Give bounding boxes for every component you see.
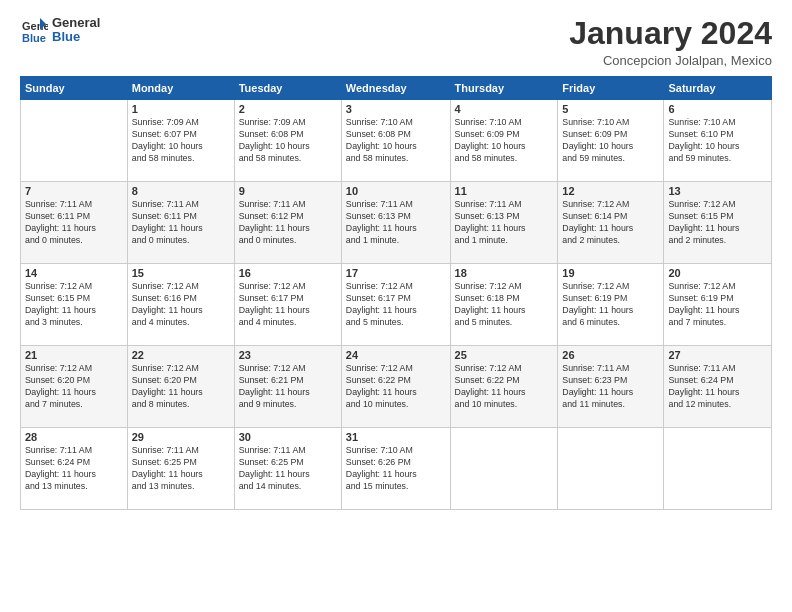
calendar-cell: 22Sunrise: 7:12 AM Sunset: 6:20 PM Dayli… bbox=[127, 346, 234, 428]
week-row-4: 28Sunrise: 7:11 AM Sunset: 6:24 PM Dayli… bbox=[21, 428, 772, 510]
logo-blue: Blue bbox=[52, 30, 100, 44]
day-number: 12 bbox=[562, 185, 659, 197]
day-info: Sunrise: 7:12 AM Sunset: 6:20 PM Dayligh… bbox=[132, 363, 230, 411]
col-wednesday: Wednesday bbox=[341, 77, 450, 100]
calendar-cell: 28Sunrise: 7:11 AM Sunset: 6:24 PM Dayli… bbox=[21, 428, 128, 510]
calendar-cell: 23Sunrise: 7:12 AM Sunset: 6:21 PM Dayli… bbox=[234, 346, 341, 428]
calendar-cell: 6Sunrise: 7:10 AM Sunset: 6:10 PM Daylig… bbox=[664, 100, 772, 182]
calendar-cell: 30Sunrise: 7:11 AM Sunset: 6:25 PM Dayli… bbox=[234, 428, 341, 510]
day-number: 20 bbox=[668, 267, 767, 279]
day-info: Sunrise: 7:11 AM Sunset: 6:23 PM Dayligh… bbox=[562, 363, 659, 411]
logo: General Blue General Blue bbox=[20, 16, 100, 45]
day-info: Sunrise: 7:10 AM Sunset: 6:26 PM Dayligh… bbox=[346, 445, 446, 493]
day-info: Sunrise: 7:10 AM Sunset: 6:09 PM Dayligh… bbox=[562, 117, 659, 165]
calendar-cell: 1Sunrise: 7:09 AM Sunset: 6:07 PM Daylig… bbox=[127, 100, 234, 182]
col-sunday: Sunday bbox=[21, 77, 128, 100]
day-info: Sunrise: 7:11 AM Sunset: 6:12 PM Dayligh… bbox=[239, 199, 337, 247]
day-number: 6 bbox=[668, 103, 767, 115]
calendar-cell: 11Sunrise: 7:11 AM Sunset: 6:13 PM Dayli… bbox=[450, 182, 558, 264]
svg-text:Blue: Blue bbox=[22, 32, 46, 44]
col-thursday: Thursday bbox=[450, 77, 558, 100]
header-row: Sunday Monday Tuesday Wednesday Thursday… bbox=[21, 77, 772, 100]
calendar-cell: 24Sunrise: 7:12 AM Sunset: 6:22 PM Dayli… bbox=[341, 346, 450, 428]
day-info: Sunrise: 7:11 AM Sunset: 6:24 PM Dayligh… bbox=[668, 363, 767, 411]
day-info: Sunrise: 7:12 AM Sunset: 6:18 PM Dayligh… bbox=[455, 281, 554, 329]
day-number: 1 bbox=[132, 103, 230, 115]
day-number: 8 bbox=[132, 185, 230, 197]
day-number: 7 bbox=[25, 185, 123, 197]
calendar-cell: 12Sunrise: 7:12 AM Sunset: 6:14 PM Dayli… bbox=[558, 182, 664, 264]
calendar-cell: 16Sunrise: 7:12 AM Sunset: 6:17 PM Dayli… bbox=[234, 264, 341, 346]
calendar-cell: 5Sunrise: 7:10 AM Sunset: 6:09 PM Daylig… bbox=[558, 100, 664, 182]
week-row-0: 1Sunrise: 7:09 AM Sunset: 6:07 PM Daylig… bbox=[21, 100, 772, 182]
day-number: 17 bbox=[346, 267, 446, 279]
day-info: Sunrise: 7:12 AM Sunset: 6:15 PM Dayligh… bbox=[25, 281, 123, 329]
day-info: Sunrise: 7:11 AM Sunset: 6:13 PM Dayligh… bbox=[455, 199, 554, 247]
day-info: Sunrise: 7:12 AM Sunset: 6:20 PM Dayligh… bbox=[25, 363, 123, 411]
day-info: Sunrise: 7:12 AM Sunset: 6:22 PM Dayligh… bbox=[455, 363, 554, 411]
week-row-2: 14Sunrise: 7:12 AM Sunset: 6:15 PM Dayli… bbox=[21, 264, 772, 346]
day-number: 27 bbox=[668, 349, 767, 361]
day-number: 29 bbox=[132, 431, 230, 443]
day-number: 13 bbox=[668, 185, 767, 197]
day-info: Sunrise: 7:10 AM Sunset: 6:09 PM Dayligh… bbox=[455, 117, 554, 165]
day-number: 30 bbox=[239, 431, 337, 443]
title-block: January 2024 Concepcion Jolalpan, Mexico bbox=[569, 16, 772, 68]
day-info: Sunrise: 7:09 AM Sunset: 6:07 PM Dayligh… bbox=[132, 117, 230, 165]
calendar-cell: 7Sunrise: 7:11 AM Sunset: 6:11 PM Daylig… bbox=[21, 182, 128, 264]
day-number: 19 bbox=[562, 267, 659, 279]
day-info: Sunrise: 7:11 AM Sunset: 6:11 PM Dayligh… bbox=[25, 199, 123, 247]
col-tuesday: Tuesday bbox=[234, 77, 341, 100]
calendar-cell: 31Sunrise: 7:10 AM Sunset: 6:26 PM Dayli… bbox=[341, 428, 450, 510]
day-number: 14 bbox=[25, 267, 123, 279]
svg-text:General: General bbox=[22, 20, 48, 32]
day-number: 11 bbox=[455, 185, 554, 197]
calendar-cell: 14Sunrise: 7:12 AM Sunset: 6:15 PM Dayli… bbox=[21, 264, 128, 346]
day-info: Sunrise: 7:12 AM Sunset: 6:17 PM Dayligh… bbox=[346, 281, 446, 329]
day-number: 16 bbox=[239, 267, 337, 279]
day-info: Sunrise: 7:12 AM Sunset: 6:22 PM Dayligh… bbox=[346, 363, 446, 411]
day-number: 5 bbox=[562, 103, 659, 115]
calendar-cell: 10Sunrise: 7:11 AM Sunset: 6:13 PM Dayli… bbox=[341, 182, 450, 264]
calendar-cell: 8Sunrise: 7:11 AM Sunset: 6:11 PM Daylig… bbox=[127, 182, 234, 264]
calendar-cell bbox=[558, 428, 664, 510]
calendar-cell: 29Sunrise: 7:11 AM Sunset: 6:25 PM Dayli… bbox=[127, 428, 234, 510]
calendar-cell: 25Sunrise: 7:12 AM Sunset: 6:22 PM Dayli… bbox=[450, 346, 558, 428]
day-number: 3 bbox=[346, 103, 446, 115]
day-number: 25 bbox=[455, 349, 554, 361]
day-number: 9 bbox=[239, 185, 337, 197]
day-info: Sunrise: 7:12 AM Sunset: 6:14 PM Dayligh… bbox=[562, 199, 659, 247]
calendar-cell: 2Sunrise: 7:09 AM Sunset: 6:08 PM Daylig… bbox=[234, 100, 341, 182]
calendar-cell: 17Sunrise: 7:12 AM Sunset: 6:17 PM Dayli… bbox=[341, 264, 450, 346]
day-number: 24 bbox=[346, 349, 446, 361]
day-info: Sunrise: 7:10 AM Sunset: 6:08 PM Dayligh… bbox=[346, 117, 446, 165]
day-number: 10 bbox=[346, 185, 446, 197]
day-info: Sunrise: 7:11 AM Sunset: 6:25 PM Dayligh… bbox=[239, 445, 337, 493]
day-number: 4 bbox=[455, 103, 554, 115]
day-info: Sunrise: 7:12 AM Sunset: 6:19 PM Dayligh… bbox=[668, 281, 767, 329]
calendar-cell: 20Sunrise: 7:12 AM Sunset: 6:19 PM Dayli… bbox=[664, 264, 772, 346]
day-number: 31 bbox=[346, 431, 446, 443]
day-number: 28 bbox=[25, 431, 123, 443]
calendar-cell: 13Sunrise: 7:12 AM Sunset: 6:15 PM Dayli… bbox=[664, 182, 772, 264]
calendar-cell: 4Sunrise: 7:10 AM Sunset: 6:09 PM Daylig… bbox=[450, 100, 558, 182]
calendar-cell: 18Sunrise: 7:12 AM Sunset: 6:18 PM Dayli… bbox=[450, 264, 558, 346]
header: General Blue General Blue January 2024 C… bbox=[20, 16, 772, 68]
calendar-cell: 9Sunrise: 7:11 AM Sunset: 6:12 PM Daylig… bbox=[234, 182, 341, 264]
day-number: 15 bbox=[132, 267, 230, 279]
calendar-cell: 3Sunrise: 7:10 AM Sunset: 6:08 PM Daylig… bbox=[341, 100, 450, 182]
page: General Blue General Blue January 2024 C… bbox=[0, 0, 792, 612]
calendar-cell: 19Sunrise: 7:12 AM Sunset: 6:19 PM Dayli… bbox=[558, 264, 664, 346]
calendar-cell: 15Sunrise: 7:12 AM Sunset: 6:16 PM Dayli… bbox=[127, 264, 234, 346]
day-info: Sunrise: 7:12 AM Sunset: 6:16 PM Dayligh… bbox=[132, 281, 230, 329]
day-number: 21 bbox=[25, 349, 123, 361]
day-number: 26 bbox=[562, 349, 659, 361]
week-row-3: 21Sunrise: 7:12 AM Sunset: 6:20 PM Dayli… bbox=[21, 346, 772, 428]
calendar-cell: 21Sunrise: 7:12 AM Sunset: 6:20 PM Dayli… bbox=[21, 346, 128, 428]
col-friday: Friday bbox=[558, 77, 664, 100]
day-info: Sunrise: 7:12 AM Sunset: 6:15 PM Dayligh… bbox=[668, 199, 767, 247]
day-info: Sunrise: 7:12 AM Sunset: 6:17 PM Dayligh… bbox=[239, 281, 337, 329]
day-info: Sunrise: 7:11 AM Sunset: 6:11 PM Dayligh… bbox=[132, 199, 230, 247]
month-title: January 2024 bbox=[569, 16, 772, 51]
day-info: Sunrise: 7:09 AM Sunset: 6:08 PM Dayligh… bbox=[239, 117, 337, 165]
